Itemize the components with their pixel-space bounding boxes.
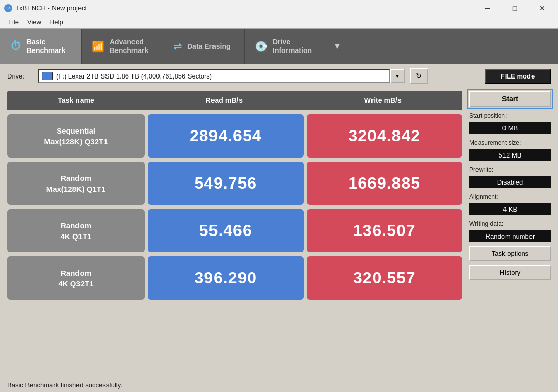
file-mode-button[interactable]: FILE mode [485, 69, 551, 84]
drive-selector-wrapper: (F:) Lexar 2TB SSD 1.86 TB (4,000,761,85… [38, 69, 405, 83]
app-icon: TX [4, 4, 12, 12]
tab-advanced[interactable]: 📶 AdvancedBenchmark [82, 29, 163, 64]
bench-rows: SequentialMax(128K) Q32T1 2894.654 3204.… [7, 110, 462, 300]
drive-refresh-button[interactable]: ↻ [410, 68, 428, 84]
right-panel: Start Start position: 0 MB Measurement s… [469, 91, 551, 375]
read-cell-4: 396.290 [148, 256, 304, 300]
tab-erasing-icon: ⇌ [173, 40, 182, 53]
header-write: Write mB/s [304, 91, 463, 110]
writing-data-value: Random number [469, 230, 551, 242]
window-controls: ─ □ ✕ [475, 1, 554, 15]
tab-erasing-label: Data Erasing [187, 42, 231, 51]
content-area: Task name Read mB/s Write mB/s Sequentia… [0, 88, 558, 378]
read-cell-3: 55.466 [148, 209, 304, 252]
start-position-label: Start position: [469, 112, 551, 119]
task-options-button[interactable]: Task options [469, 246, 551, 261]
prewrite-label: Prewrite: [469, 166, 551, 173]
task-cell-4: Random4K Q32T1 [7, 256, 145, 300]
task-cell-1: SequentialMax(128K) Q32T1 [7, 114, 145, 158]
write-cell-4: 320.557 [307, 256, 463, 300]
history-button[interactable]: History [469, 265, 551, 280]
benchmark-panel: Task name Read mB/s Write mB/s Sequentia… [7, 91, 462, 375]
read-cell-2: 549.756 [148, 162, 304, 205]
minimize-button[interactable]: ─ [475, 1, 499, 15]
main-content: Drive: (F:) Lexar 2TB SSD 1.86 TB (4,000… [0, 64, 558, 392]
drive-select-box[interactable]: (F:) Lexar 2TB SSD 1.86 TB (4,000,761,85… [38, 69, 390, 83]
read-cell-1: 2894.654 [148, 114, 304, 158]
task-cell-3: Random4K Q1T1 [7, 209, 145, 252]
menu-file[interactable]: File [4, 17, 23, 27]
header-read: Read mB/s [145, 91, 304, 110]
measurement-size-label: Measurement size: [469, 139, 551, 146]
bench-row-1: SequentialMax(128K) Q32T1 2894.654 3204.… [7, 114, 462, 158]
writing-data-label: Writing data: [469, 220, 551, 227]
maximize-button[interactable]: □ [503, 1, 526, 15]
write-cell-3: 136.507 [307, 209, 463, 252]
prewrite-value: Disabled [469, 176, 551, 188]
header-task: Task name [7, 91, 145, 110]
statusbar: Basic Benchmark finished successfully. [0, 378, 558, 392]
drive-value: (F:) Lexar 2TB SSD 1.86 TB (4,000,761,85… [56, 72, 212, 80]
bench-row-3: Random4K Q1T1 55.466 136.507 [7, 209, 462, 252]
titlebar: TX TxBENCH - New project ─ □ ✕ [0, 0, 558, 16]
toolbar-dropdown-arrow[interactable]: ▼ [326, 29, 349, 64]
window-title: TxBENCH - New project [15, 4, 87, 12]
titlebar-left: TX TxBENCH - New project [4, 4, 87, 12]
tab-drive-label: DriveInformation [273, 38, 312, 55]
measurement-size-value: 512 MB [469, 149, 551, 161]
tab-drive-icon: 💽 [255, 40, 268, 53]
status-text: Basic Benchmark finished successfully. [7, 381, 122, 389]
alignment-label: Alignment: [469, 193, 551, 200]
menu-view[interactable]: View [23, 17, 45, 27]
bench-row-4: Random4K Q32T1 396.290 320.557 [7, 256, 462, 300]
tab-basic[interactable]: ⏱ BasicBenchmark [0, 29, 82, 64]
start-position-value: 0 MB [469, 122, 551, 134]
task-cell-2: RandomMax(128K) Q1T1 [7, 162, 145, 205]
bench-header: Task name Read mB/s Write mB/s [7, 91, 462, 110]
tab-drive[interactable]: 💽 DriveInformation [245, 29, 326, 64]
tab-basic-icon: ⏱ [10, 40, 21, 53]
drive-bar: Drive: (F:) Lexar 2TB SSD 1.86 TB (4,000… [0, 64, 558, 88]
write-cell-1: 3204.842 [307, 114, 463, 158]
alignment-value: 4 KB [469, 203, 551, 215]
drive-dropdown-arrow[interactable]: ▼ [390, 69, 405, 83]
menu-help[interactable]: Help [45, 17, 67, 27]
tab-advanced-label: AdvancedBenchmark [110, 38, 148, 55]
write-cell-2: 1669.885 [307, 162, 463, 205]
toolbar: ⏱ BasicBenchmark 📶 AdvancedBenchmark ⇌ D… [0, 29, 558, 64]
tab-erasing[interactable]: ⇌ Data Erasing [163, 29, 245, 64]
tab-basic-label: BasicBenchmark [26, 38, 65, 55]
bench-row-2: RandomMax(128K) Q1T1 549.756 1669.885 [7, 162, 462, 205]
start-button[interactable]: Start [469, 91, 551, 107]
close-button[interactable]: ✕ [530, 1, 554, 15]
menubar: File View Help [0, 16, 558, 29]
drive-label: Drive: [7, 72, 33, 80]
tab-advanced-icon: 📶 [92, 40, 104, 53]
